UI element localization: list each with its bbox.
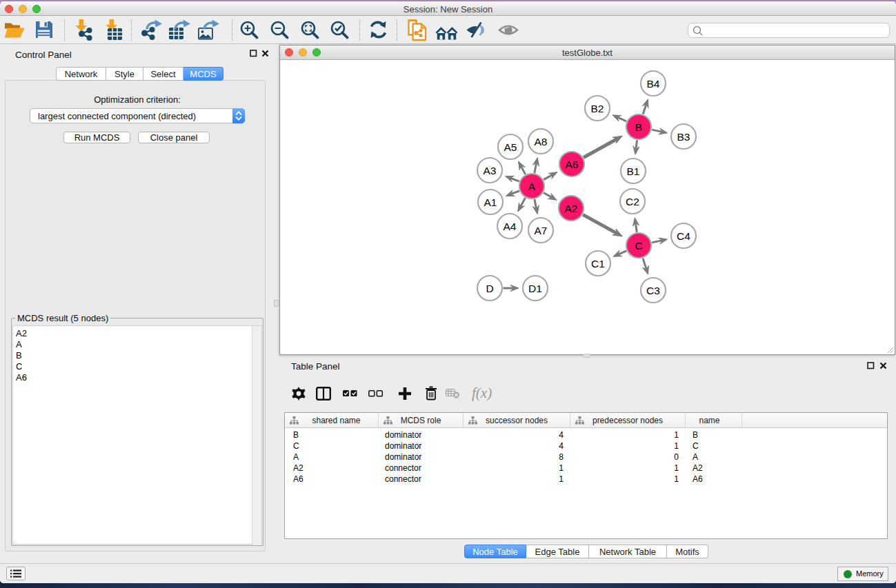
svg-text:A4: A4: [504, 221, 517, 232]
svg-text:C: C: [635, 240, 642, 252]
svg-text:C3: C3: [646, 285, 660, 296]
svg-text:B: B: [635, 121, 642, 133]
svg-text:A8: A8: [535, 136, 548, 148]
svg-text:C2: C2: [626, 196, 639, 207]
svg-text:A: A: [528, 181, 536, 192]
svg-text:B1: B1: [627, 165, 640, 177]
svg-text:C4: C4: [677, 230, 690, 242]
svg-text:B2: B2: [591, 103, 604, 114]
svg-text:D1: D1: [528, 283, 542, 294]
svg-text:A7: A7: [535, 225, 548, 236]
svg-text:A3: A3: [484, 165, 497, 176]
svg-text:A1: A1: [484, 196, 497, 208]
svg-text:C1: C1: [591, 258, 605, 270]
svg-text:B3: B3: [677, 131, 690, 143]
svg-text:D: D: [486, 283, 493, 294]
svg-text:A5: A5: [504, 141, 517, 153]
svg-text:A2: A2: [565, 203, 578, 214]
svg-text:B4: B4: [647, 78, 660, 90]
svg-text:A6: A6: [566, 159, 579, 170]
